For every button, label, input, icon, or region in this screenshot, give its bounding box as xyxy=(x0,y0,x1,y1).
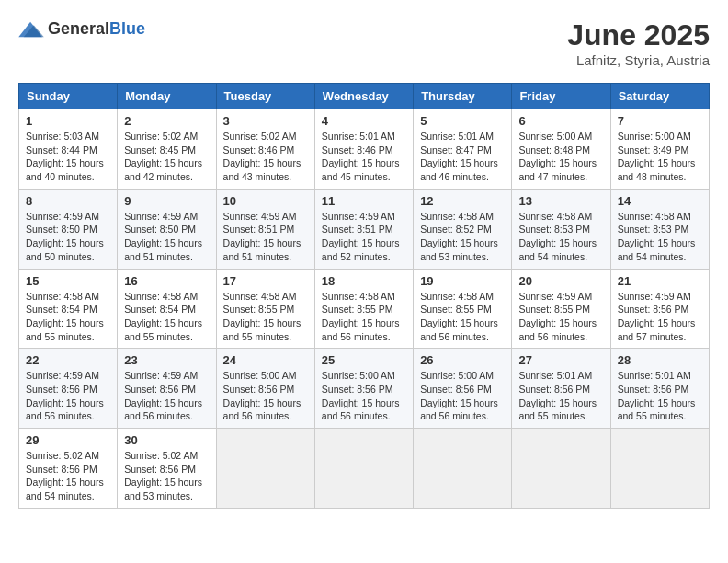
weekday-header-sunday: Sunday xyxy=(19,84,118,109)
day-number: 16 xyxy=(124,274,209,288)
calendar-cell: 3Sunrise: 5:02 AMSunset: 8:46 PMDaylight… xyxy=(216,109,314,190)
day-info: Sunrise: 4:58 AMSunset: 8:53 PMDaylight:… xyxy=(618,210,702,264)
weekday-header-tuesday: Tuesday xyxy=(216,84,314,109)
day-number: 7 xyxy=(618,114,702,128)
calendar-week-row-5: 29Sunrise: 5:02 AMSunset: 8:56 PMDayligh… xyxy=(19,429,710,509)
calendar-cell: 26Sunrise: 5:00 AMSunset: 8:56 PMDayligh… xyxy=(414,349,512,429)
day-info: Sunrise: 5:00 AMSunset: 8:56 PMDaylight:… xyxy=(223,369,308,423)
day-number: 18 xyxy=(322,274,406,288)
day-number: 15 xyxy=(26,274,110,288)
day-number: 28 xyxy=(618,353,702,367)
calendar-cell: 17Sunrise: 4:58 AMSunset: 8:55 PMDayligh… xyxy=(216,269,314,349)
calendar-cell xyxy=(512,429,610,509)
day-info: Sunrise: 4:59 AMSunset: 8:56 PMDaylight:… xyxy=(124,369,209,423)
calendar-cell: 10Sunrise: 4:59 AMSunset: 8:51 PMDayligh… xyxy=(216,189,314,269)
calendar-cell: 2Sunrise: 5:02 AMSunset: 8:45 PMDaylight… xyxy=(118,109,216,190)
calendar-cell: 28Sunrise: 5:01 AMSunset: 8:56 PMDayligh… xyxy=(610,349,709,429)
day-info: Sunrise: 4:59 AMSunset: 8:50 PMDaylight:… xyxy=(26,210,110,264)
day-info: Sunrise: 4:58 AMSunset: 8:54 PMDaylight:… xyxy=(124,290,209,344)
day-number: 22 xyxy=(26,353,110,367)
day-info: Sunrise: 5:02 AMSunset: 8:45 PMDaylight:… xyxy=(124,130,209,184)
weekday-header-friday: Friday xyxy=(512,84,610,109)
day-info: Sunrise: 4:59 AMSunset: 8:51 PMDaylight:… xyxy=(223,210,308,264)
day-info: Sunrise: 4:59 AMSunset: 8:56 PMDaylight:… xyxy=(26,369,110,423)
weekday-header-wednesday: Wednesday xyxy=(314,84,413,109)
day-number: 1 xyxy=(26,114,110,128)
day-info: Sunrise: 5:00 AMSunset: 8:56 PMDaylight:… xyxy=(322,369,406,423)
day-info: Sunrise: 5:00 AMSunset: 8:49 PMDaylight:… xyxy=(618,130,702,184)
calendar-cell: 6Sunrise: 5:00 AMSunset: 8:48 PMDaylight… xyxy=(512,109,610,190)
calendar-cell: 8Sunrise: 4:59 AMSunset: 8:50 PMDaylight… xyxy=(19,189,118,269)
location-subtitle: Lafnitz, Styria, Austria xyxy=(567,52,710,68)
calendar-cell: 20Sunrise: 4:59 AMSunset: 8:55 PMDayligh… xyxy=(512,269,610,349)
logo: GeneralBlue xyxy=(18,18,145,39)
calendar-week-row-1: 1Sunrise: 5:03 AMSunset: 8:44 PMDaylight… xyxy=(19,109,710,190)
day-info: Sunrise: 4:59 AMSunset: 8:56 PMDaylight:… xyxy=(618,290,702,344)
page-header: GeneralBlue June 2025 Lafnitz, Styria, A… xyxy=(18,18,710,68)
day-number: 13 xyxy=(518,194,603,208)
calendar-cell: 1Sunrise: 5:03 AMSunset: 8:44 PMDaylight… xyxy=(19,109,118,190)
day-info: Sunrise: 5:00 AMSunset: 8:48 PMDaylight:… xyxy=(518,130,603,184)
calendar-cell: 4Sunrise: 5:01 AMSunset: 8:46 PMDaylight… xyxy=(314,109,413,190)
calendar-cell: 16Sunrise: 4:58 AMSunset: 8:54 PMDayligh… xyxy=(118,269,216,349)
weekday-header-row: SundayMondayTuesdayWednesdayThursdayFrid… xyxy=(19,84,710,109)
day-info: Sunrise: 4:59 AMSunset: 8:51 PMDaylight:… xyxy=(322,210,406,264)
logo-icon xyxy=(18,18,44,39)
day-info: Sunrise: 4:58 AMSunset: 8:52 PMDaylight:… xyxy=(420,210,505,264)
calendar-cell: 27Sunrise: 5:01 AMSunset: 8:56 PMDayligh… xyxy=(512,349,610,429)
calendar-week-row-2: 8Sunrise: 4:59 AMSunset: 8:50 PMDaylight… xyxy=(19,189,710,269)
calendar-cell: 18Sunrise: 4:58 AMSunset: 8:55 PMDayligh… xyxy=(314,269,413,349)
day-number: 11 xyxy=(322,194,406,208)
day-number: 20 xyxy=(518,274,603,288)
calendar-cell: 14Sunrise: 4:58 AMSunset: 8:53 PMDayligh… xyxy=(610,189,709,269)
calendar-cell xyxy=(414,429,512,509)
day-number: 10 xyxy=(223,194,308,208)
day-number: 19 xyxy=(420,274,505,288)
calendar-cell: 11Sunrise: 4:59 AMSunset: 8:51 PMDayligh… xyxy=(314,189,413,269)
day-number: 3 xyxy=(223,114,308,128)
calendar-cell: 23Sunrise: 4:59 AMSunset: 8:56 PMDayligh… xyxy=(118,349,216,429)
calendar-cell xyxy=(216,429,314,509)
calendar-cell: 5Sunrise: 5:01 AMSunset: 8:47 PMDaylight… xyxy=(414,109,512,190)
day-number: 2 xyxy=(124,114,209,128)
weekday-header-monday: Monday xyxy=(118,84,216,109)
day-info: Sunrise: 5:01 AMSunset: 8:56 PMDaylight:… xyxy=(518,369,603,423)
day-number: 5 xyxy=(420,114,505,128)
day-number: 6 xyxy=(518,114,603,128)
day-number: 30 xyxy=(124,433,209,447)
logo-general: General xyxy=(48,19,109,38)
calendar-cell xyxy=(314,429,413,509)
month-year-title: June 2025 xyxy=(567,18,710,52)
day-number: 23 xyxy=(124,353,209,367)
day-info: Sunrise: 5:02 AMSunset: 8:46 PMDaylight:… xyxy=(223,130,308,184)
day-number: 9 xyxy=(124,194,209,208)
day-info: Sunrise: 5:00 AMSunset: 8:56 PMDaylight:… xyxy=(420,369,505,423)
day-number: 24 xyxy=(223,353,308,367)
day-info: Sunrise: 4:58 AMSunset: 8:55 PMDaylight:… xyxy=(322,290,406,344)
calendar-cell: 15Sunrise: 4:58 AMSunset: 8:54 PMDayligh… xyxy=(19,269,118,349)
day-number: 21 xyxy=(618,274,702,288)
day-number: 26 xyxy=(420,353,505,367)
day-number: 8 xyxy=(26,194,110,208)
day-number: 25 xyxy=(322,353,406,367)
title-section: June 2025 Lafnitz, Styria, Austria xyxy=(567,18,710,68)
day-info: Sunrise: 5:02 AMSunset: 8:56 PMDaylight:… xyxy=(124,449,209,503)
day-info: Sunrise: 4:58 AMSunset: 8:55 PMDaylight:… xyxy=(420,290,505,344)
calendar-cell: 12Sunrise: 4:58 AMSunset: 8:52 PMDayligh… xyxy=(414,189,512,269)
day-info: Sunrise: 4:58 AMSunset: 8:54 PMDaylight:… xyxy=(26,290,110,344)
calendar-cell: 25Sunrise: 5:00 AMSunset: 8:56 PMDayligh… xyxy=(314,349,413,429)
day-number: 17 xyxy=(223,274,308,288)
day-info: Sunrise: 4:59 AMSunset: 8:55 PMDaylight:… xyxy=(518,290,603,344)
logo-blue: Blue xyxy=(109,19,145,38)
calendar-cell: 30Sunrise: 5:02 AMSunset: 8:56 PMDayligh… xyxy=(118,429,216,509)
calendar-cell: 7Sunrise: 5:00 AMSunset: 8:49 PMDaylight… xyxy=(610,109,709,190)
weekday-header-saturday: Saturday xyxy=(610,84,709,109)
day-number: 27 xyxy=(518,353,603,367)
day-number: 4 xyxy=(322,114,406,128)
day-info: Sunrise: 5:02 AMSunset: 8:56 PMDaylight:… xyxy=(26,449,110,503)
calendar-cell: 22Sunrise: 4:59 AMSunset: 8:56 PMDayligh… xyxy=(19,349,118,429)
calendar-cell: 21Sunrise: 4:59 AMSunset: 8:56 PMDayligh… xyxy=(610,269,709,349)
calendar-cell: 29Sunrise: 5:02 AMSunset: 8:56 PMDayligh… xyxy=(19,429,118,509)
calendar-cell: 9Sunrise: 4:59 AMSunset: 8:50 PMDaylight… xyxy=(118,189,216,269)
calendar-cell: 13Sunrise: 4:58 AMSunset: 8:53 PMDayligh… xyxy=(512,189,610,269)
